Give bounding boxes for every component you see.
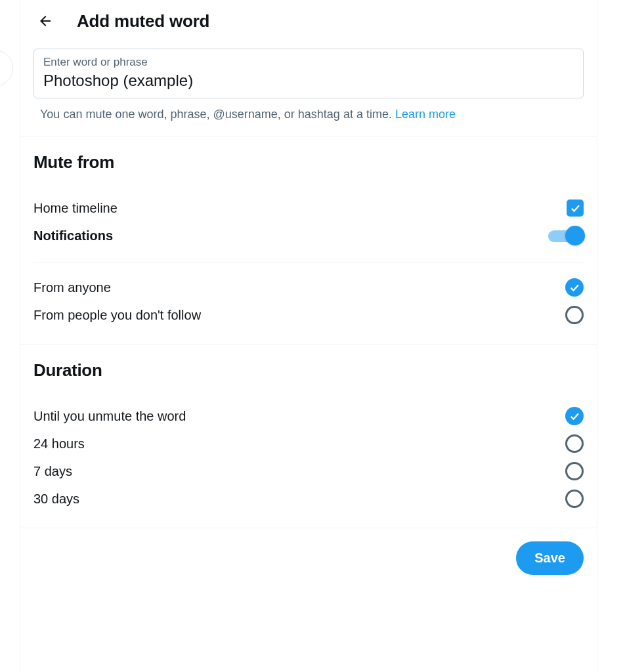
- save-button[interactable]: Save: [516, 541, 584, 575]
- from-not-following-row[interactable]: From people you don't follow: [33, 302, 584, 328]
- duration-7d-row[interactable]: 7 days: [33, 458, 584, 484]
- from-not-following-label: From people you don't follow: [33, 308, 201, 323]
- mute-from-section: Mute from Home timeline Notifications Fr…: [20, 136, 597, 345]
- arrow-left-icon: [37, 13, 53, 29]
- duration-24h-radio[interactable]: [565, 434, 584, 453]
- duration-forever-row[interactable]: Until you unmute the word: [33, 403, 584, 429]
- word-input-wrap[interactable]: Enter word or phrase: [33, 49, 584, 98]
- back-button[interactable]: [33, 9, 57, 33]
- duration-24h-row[interactable]: 24 hours: [33, 430, 584, 457]
- learn-more-link[interactable]: Learn more: [395, 108, 456, 121]
- notifications-toggle[interactable]: [547, 226, 584, 245]
- page-title: Add muted word: [77, 11, 209, 32]
- word-input-label: Enter word or phrase: [43, 56, 574, 69]
- check-icon: [569, 282, 580, 293]
- toggle-knob: [565, 226, 585, 245]
- decorative-circle: [0, 50, 13, 87]
- duration-24h-label: 24 hours: [33, 436, 85, 452]
- add-muted-word-panel: Add muted word Enter word or phrase You …: [20, 0, 597, 672]
- duration-forever-radio[interactable]: [565, 407, 584, 425]
- duration-7d-label: 7 days: [33, 464, 72, 479]
- duration-30d-label: 30 days: [33, 492, 79, 507]
- home-timeline-checkbox[interactable]: [567, 200, 584, 217]
- word-input-section: Enter word or phrase You can mute one wo…: [20, 49, 597, 136]
- from-anyone-radio[interactable]: [565, 278, 584, 297]
- check-icon: [569, 410, 580, 422]
- duration-section: Duration Until you unmute the word 24 ho…: [20, 345, 597, 528]
- duration-30d-radio[interactable]: [565, 490, 584, 508]
- check-icon: [569, 202, 581, 214]
- header: Add muted word: [20, 0, 597, 49]
- footer: Save: [20, 528, 597, 588]
- home-timeline-row[interactable]: Home timeline: [33, 195, 584, 221]
- duration-forever-label: Until you unmute the word: [33, 409, 186, 424]
- notifications-label: Notifications: [33, 228, 113, 243]
- helper-text-body: You can mute one word, phrase, @username…: [40, 108, 395, 121]
- from-not-following-radio[interactable]: [565, 306, 584, 324]
- duration-7d-radio[interactable]: [565, 462, 584, 480]
- duration-30d-row[interactable]: 30 days: [33, 486, 584, 512]
- duration-title: Duration: [33, 360, 584, 381]
- word-input[interactable]: [43, 72, 574, 90]
- from-anyone-label: From anyone: [33, 280, 111, 295]
- notifications-row[interactable]: Notifications: [33, 222, 584, 249]
- from-anyone-row[interactable]: From anyone: [33, 274, 584, 301]
- mute-from-title: Mute from: [33, 152, 584, 173]
- home-timeline-label: Home timeline: [33, 201, 118, 216]
- notifications-from-group: From anyone From people you don't follow: [33, 262, 584, 328]
- helper-text: You can mute one word, phrase, @username…: [33, 104, 584, 123]
